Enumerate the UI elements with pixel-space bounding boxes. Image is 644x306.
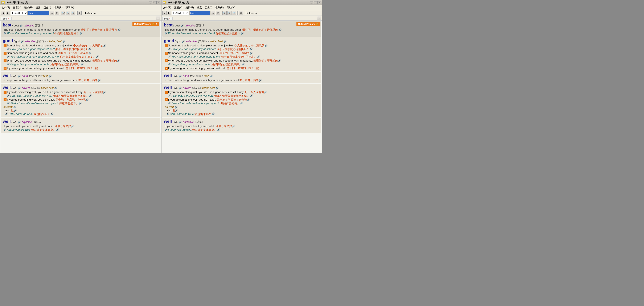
find-btn-left[interactable]: 🔍 [71,11,75,15]
good-audio-left[interactable]: 🔊 [21,40,24,43]
tab-menu-btn-right[interactable]: ▼ [317,16,321,20]
menu-file-left[interactable]: 文件(F) [1,6,10,10]
menu-history-right[interactable]: 历史(I) [204,6,213,10]
tab-label-right: best [164,17,168,20]
back-btn-left[interactable]: ◀ [1,11,5,15]
maximize-btn-right[interactable]: □ [314,1,317,4]
best-def-audio-left[interactable]: 🔊 [118,28,121,31]
find-btn-right[interactable]: 🔍 [232,11,236,15]
star-btn-right[interactable]: ★ [211,11,215,15]
menu-search-left[interactable]: 搜索 [35,6,41,10]
menu-view-right[interactable]: 查看(V) [174,6,183,10]
zoom-out-btn-left[interactable]: 🔍- [66,11,70,15]
best-pos-left: adjective [24,24,34,27]
star-btn-left[interactable]: ★ [50,11,54,15]
left-menu-bar: 文件(F) 查看(V) 编辑(E) 搜索 历史(I) 收藏(R) 帮助(H) [0,5,161,10]
sep1-left [60,11,60,15]
tab-menu-btn-left[interactable]: ▼ [156,16,160,20]
tab-label-left: best [3,17,7,20]
copy-btn-left[interactable]: © [55,11,59,15]
best-poslabel-left: 形容词 [35,24,43,27]
lock-icon-right: 🔒 [316,22,319,25]
layout-btn-left[interactable]: ⊞ [77,11,82,15]
good-pron-left: / gʊd [14,40,20,43]
menu-help-left[interactable]: 帮助(H) [65,6,75,10]
good-def1-left: 1 Something that is good is nice, pleasa… [4,44,158,47]
left-toolbar: ◀ ▶ E-英汉ESL ★ © 🔍+ 🔍- 🔍 ⊞ ▶ JumpTo [0,10,161,16]
menu-edit-left[interactable]: 编辑(E) [24,6,33,10]
search-input-left[interactable] [28,11,49,15]
entry-best-left: Oxford Primary 🔒 ▼ best / best 🔊 adjecti… [1,21,160,37]
left-title-text: best - 箸「jing」典 [6,1,28,4]
tab-best-left[interactable]: best ✕ [1,17,12,20]
fwd-btn-left[interactable]: ▶ [6,11,10,15]
tab-close-right[interactable]: ✕ [169,18,171,20]
best-audio-left[interactable]: 🔊 [20,24,23,27]
good-pos-left: adjective [24,40,35,43]
dict-select-left[interactable]: E-英汉ESL [11,11,28,15]
dict-select-right[interactable]: E-英汉ESL [172,11,189,15]
expand-icon-left: ▼ [156,23,158,25]
menu-bookmark-right[interactable]: 收藏(R) [214,6,224,10]
zoom-in-btn-right[interactable]: 🔍+ [222,11,227,15]
sep2-right [237,11,238,15]
good-cs-left: cs: [45,40,48,43]
best-ex-left: 🔊 Who's the best swimmer in your class? … [4,32,158,35]
copy-btn-right[interactable]: © [216,11,220,15]
best-def-left: The best person or thing is the one that… [4,28,158,32]
minimize-btn-right[interactable]: _ [310,1,313,4]
layout-btn-right[interactable]: ⊞ [239,11,243,15]
app-icon-left: 📖 [2,1,5,4]
right-title-controls[interactable]: _ □ ✕ [310,1,321,4]
jumpTo-icon-left: ▶ [85,11,87,14]
good-cs-audio-left[interactable]: 🔊 [62,40,66,43]
menu-view-left[interactable]: 查看(V) [12,6,22,10]
best-ex-audio2-left[interactable]: 🔊 [80,32,83,35]
entry-well-noun-left: well / wel 🔊 noun 名词 plural: wells 🔊 a d… [1,72,160,83]
entry-well-noun-right: well / wel 🔊 noun 名词 plural: wells 🔊 a d… [162,72,322,83]
menu-search-right[interactable]: 搜索 [196,6,202,10]
left-title-controls[interactable]: _ □ ✕ [149,1,160,4]
left-tab-bar: best ✕ ▼ [0,16,161,20]
entry-well-adj-left: well / wel 🔊 adjective 形容词 If you are we… [1,118,160,133]
right-content: Oxford Primary 🔒 best / best 🔊 adjective… [162,20,322,153]
menu-help-right[interactable]: 帮助(H) [226,6,236,10]
zoom-in-btn-left[interactable]: 🔍+ [61,11,66,15]
back-btn-right[interactable]: ◀ [162,11,166,15]
entry-well-adj-right: well / wel 🔊 adjective 形容词 If you are we… [162,118,322,133]
left-title-bar: 📖 best - 箸「jing」典 _ □ ✕ [0,0,161,5]
good-def4-left: 4 If you are good at something, you can … [4,66,158,70]
entry-well-adv-right: well / wel 🔊 adverb 副词 cs: better, best … [162,84,322,117]
good-ex2-left: 🔊 You have been a very good friend to me… [7,55,158,59]
good-def2-left: 2 Someone who is good is kind and honest… [4,51,158,55]
best-ex-audio-left[interactable]: 🔊 [4,32,6,34]
menu-file-right[interactable]: 文件(F) [162,6,172,10]
fwd-btn-right[interactable]: ▶ [167,11,171,15]
oxford-badge-text-left: Oxford Primary [134,23,151,25]
left-content: Oxford Primary 🔒 ▼ best / best 🔊 adjecti… [0,20,161,153]
maximize-btn-left[interactable]: □ [153,1,156,4]
oxford-badge-text-right: Oxford Primary [298,23,315,25]
best-zhdef-left: 最好的；最出色的；最优秀的 [81,28,117,31]
search-input-right[interactable] [190,11,210,15]
jumpTo-btn-right[interactable]: ▶ JumpTo [245,11,258,15]
jumpTo-btn-left[interactable]: ▶ JumpTo [84,11,97,15]
zoom-out-btn-right[interactable]: 🔍- [227,11,232,15]
good-ex1-left: 🔊 Have you had a good day at school? 你今天… [7,47,158,51]
lock-icon-left: 🔒 [152,22,155,25]
tab-best-right[interactable]: best ✕ [162,17,173,20]
good-def1-text-left: Something that is good is nice, pleasant… [7,44,106,47]
tab-close-left[interactable]: ✕ [8,18,10,20]
menu-bookmark-left[interactable]: 收藏(R) [54,6,63,10]
entry-good-left: good / gʊd 🔊 adjective 形容词 cs: better, b… [1,37,160,71]
menu-edit-right[interactable]: 编辑(E) [185,6,194,10]
right-toolbar: ◀ ▶ E-英汉ESL ★ © 🔍+ 🔍- 🔍 ⊞ ▶ JumpTo [162,10,322,16]
app-icon-right: 📖 [163,1,166,4]
jumpTo-icon-right: ▶ [246,11,248,14]
close-btn-right[interactable]: ✕ [318,1,321,4]
good-headword-left: good [3,38,13,43]
minimize-btn-left[interactable]: _ [149,1,152,4]
close-btn-left[interactable]: ✕ [156,1,160,4]
menu-history-left[interactable]: 历史(I) [43,6,52,10]
good-num1-left: 1 [4,44,6,47]
